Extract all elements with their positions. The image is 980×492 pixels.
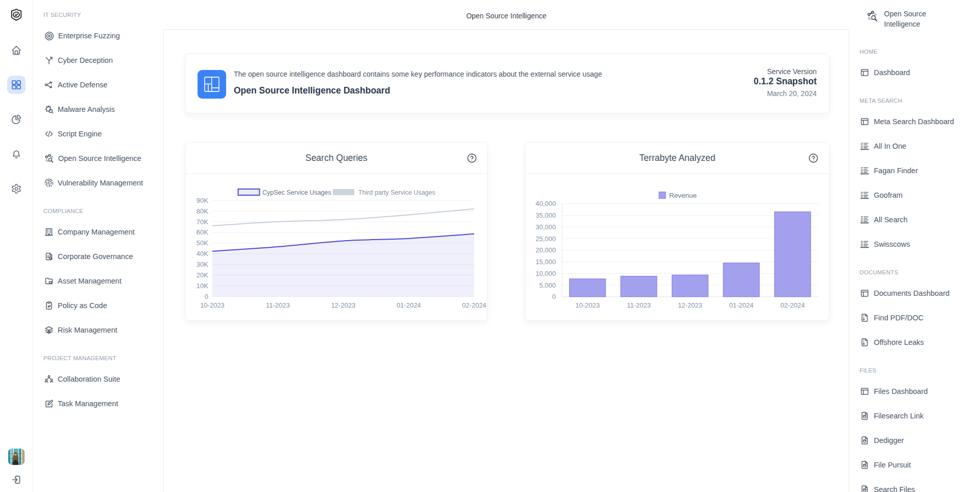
svg-text:70K: 70K [197,218,208,226]
svg-text:90K: 90K [197,197,208,204]
svg-text:01-2024: 01-2024 [397,301,421,309]
svg-text:60K: 60K [197,228,208,236]
svg-text:CypSec Service Usages: CypSec Service Usages [262,189,331,196]
svg-text:50K: 50K [197,239,208,247]
svg-text:30,000: 30,000 [535,223,556,231]
svg-text:10,000: 10,000 [535,270,556,277]
svg-text:0: 0 [205,293,208,300]
svg-text:12-2023: 12-2023 [331,301,356,309]
svg-text:15,000: 15,000 [535,258,556,266]
svg-text:10-2023: 10-2023 [575,301,600,309]
svg-text:40K: 40K [197,250,208,257]
svg-text:40,000: 40,000 [535,200,556,207]
svg-text:80K: 80K [197,207,208,215]
svg-text:25,000: 25,000 [535,235,556,243]
svg-text:Third party Service Usages: Third party Service Usages [358,189,435,196]
svg-text:11-2023: 11-2023 [627,301,651,309]
svg-text:10-2023: 10-2023 [200,301,225,309]
svg-text:02-2024: 02-2024 [780,301,805,309]
svg-text:12-2023: 12-2023 [678,301,702,309]
svg-text:11-2023: 11-2023 [266,301,290,309]
svg-text:20K: 20K [197,271,208,279]
svg-text:10K: 10K [197,282,208,290]
svg-text:01-2024: 01-2024 [729,301,754,309]
svg-text:0: 0 [552,293,556,300]
svg-text:Revenue: Revenue [669,192,697,199]
svg-text:02-2024: 02-2024 [462,301,486,309]
svg-text:35,000: 35,000 [535,212,556,219]
svg-text:5,000: 5,000 [539,282,556,289]
svg-text:20,000: 20,000 [535,246,556,254]
svg-text:30K: 30K [197,261,208,268]
